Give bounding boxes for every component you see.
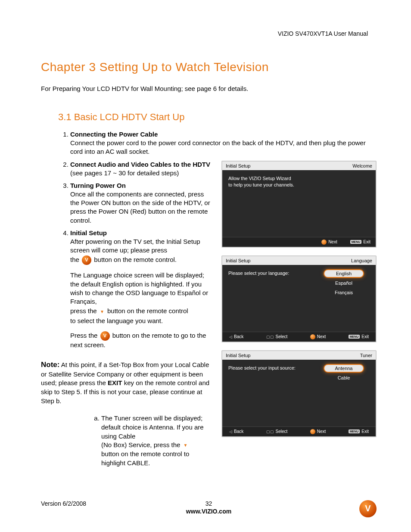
step-3-body: Once all the components are connected, p…	[70, 190, 215, 225]
tv-panel-tuner: Initial Setup Tuner Please select your i…	[221, 350, 377, 437]
steps-list-cont: Connect Audio and Video Cables to the HD…	[41, 161, 215, 350]
step-4: Initial Setup After powering on the TV s…	[70, 229, 215, 349]
sub-a-line1: The Tuner screen will be displayed; defa…	[101, 414, 215, 441]
step-2-title: Connect Audio and Video Cables to the HD…	[70, 161, 210, 168]
tv3-header-left: Initial Setup	[226, 353, 250, 358]
v-dot-icon	[321, 240, 327, 245]
tv3-prompt: Please select your input source:	[228, 365, 318, 371]
step-4-p1b: button on the remote control.	[94, 256, 177, 263]
tv2-back: ◁Back	[229, 334, 243, 339]
note-label: Note:	[41, 361, 59, 369]
tv3-next-label: Next	[317, 429, 326, 434]
tv3-opt-cable: Cable	[324, 374, 363, 381]
chapter-intro: For Preparing Your LCD HDTV for Wall Mou…	[41, 85, 377, 92]
v-button-icon	[82, 255, 91, 265]
tv3-next: Next	[310, 429, 326, 434]
tv-panel-language: Initial Setup Language Please select you…	[221, 255, 377, 342]
tv1-exit-label: Exit	[363, 240, 371, 244]
step-4-p3a: Press the	[70, 332, 100, 339]
tv3-select-label: Select	[276, 429, 288, 434]
footer-page-number: 32	[206, 500, 212, 507]
note-block: Note: At this point, if a Set-Top Box fr…	[41, 360, 215, 405]
steps-list: Connecting the Power Cable Connect the p…	[41, 131, 377, 156]
footer-version: Version 6/2/2008	[41, 500, 86, 507]
page-footer: Version 6/2/2008 32 www.VIZIO.com	[41, 500, 377, 515]
sub-a-line2a: (No Box) Service, press the	[101, 441, 182, 448]
step-3: Turning Power On Once all the components…	[70, 182, 215, 225]
tv2-exit: MENUExit	[349, 334, 369, 339]
vizio-logo-icon	[359, 500, 377, 517]
tv2-header-right: Language	[351, 258, 372, 263]
tv2-exit-label: Exit	[361, 334, 369, 339]
menu-pill-icon: MENU	[350, 240, 362, 244]
tv-panel-welcome: Initial Setup Welcome Allow the VIZIO Se…	[221, 161, 377, 248]
tv2-opt-francais: Français	[324, 289, 363, 296]
tv2-back-label: Back	[234, 334, 243, 339]
tv3-exit: MENUExit	[349, 429, 369, 434]
tv1-exit: MENUExit	[350, 240, 371, 245]
updown-arrow-icon: ▢▢	[266, 335, 274, 339]
v-button-icon	[100, 331, 110, 341]
tv1-line2: to help you tune your channels.	[228, 182, 370, 188]
step-4-p1a: the	[70, 256, 81, 263]
tv2-opt-espanol: Español	[324, 280, 363, 286]
tv2-header-left: Initial Setup	[226, 258, 250, 263]
tv1-header-right: Welcome	[352, 163, 372, 168]
v-dot-icon	[310, 429, 315, 434]
tv2-opt-english: English	[324, 270, 363, 277]
tv2-select: ▢▢Select	[266, 334, 288, 339]
tv1-next-label: Next	[328, 240, 337, 244]
step-4-p2b: button on the remote control	[107, 307, 188, 314]
sub-a-line3: button on the remote control to highligh…	[101, 450, 215, 467]
step-4-p2a: press the	[70, 307, 99, 314]
section-title: 3.1 Basic LCD HDTV Start Up	[58, 112, 377, 123]
tv1-line1: Allow the VIZIO Setup Wizard	[228, 175, 370, 182]
chapter-title: Chapter 3 Setting Up to Watch Television	[41, 60, 377, 74]
note-exit-key: EXIT	[108, 379, 122, 386]
step-3-title: Turning Power On	[70, 182, 126, 189]
updown-arrow-icon: ▢▢	[266, 429, 274, 434]
step-1-body: Connect the power cord to the power cord…	[70, 139, 377, 156]
tv2-select-label: Select	[276, 334, 288, 339]
step-2: Connect Audio and Video Cables to the HD…	[70, 161, 215, 177]
menu-pill-icon: MENU	[349, 429, 360, 433]
tv2-prompt: Please select your language:	[228, 270, 318, 277]
down-arrow-icon: ▼	[100, 309, 104, 315]
step-4-p1: After powering on the TV set, the Initia…	[70, 237, 215, 255]
tv3-opt-antenna: Antenna	[324, 365, 363, 372]
step-4-p2c: to select the language you want.	[70, 317, 215, 325]
tv2-next-label: Next	[317, 334, 326, 339]
v-dot-icon	[310, 334, 315, 339]
tv3-select: ▢▢Select	[266, 429, 288, 434]
left-arrow-icon: ◁	[229, 429, 232, 434]
step-1-title: Connecting the Power Cable	[70, 131, 158, 138]
tv1-next: Next	[321, 240, 337, 245]
tv3-header-right: Tuner	[360, 353, 372, 358]
step-1: Connecting the Power Cable Connect the p…	[70, 131, 377, 156]
step-4-title: Initial Setup	[70, 229, 107, 236]
tv2-next: Next	[310, 334, 326, 339]
menu-pill-icon: MENU	[349, 335, 360, 339]
tv3-back-label: Back	[234, 429, 243, 434]
header-product: VIZIO SV470XVT1A User Manual	[278, 30, 368, 37]
tv1-header-left: Initial Setup	[226, 163, 250, 168]
step-4-p2: The Language choice screen will be displ…	[70, 271, 215, 306]
left-arrow-icon: ◁	[229, 335, 232, 339]
footer-site: www.VIZIO.com	[41, 508, 377, 515]
sub-step-a: The Tuner screen will be displayed; defa…	[101, 414, 215, 467]
down-arrow-icon: ▼	[184, 442, 188, 448]
tv3-exit-label: Exit	[361, 429, 369, 434]
sub-steps: The Tuner screen will be displayed; defa…	[41, 414, 215, 467]
tv3-back: ◁Back	[229, 429, 243, 434]
step-2-body: (see pages 17 ~ 30 for detailed steps)	[70, 169, 215, 177]
